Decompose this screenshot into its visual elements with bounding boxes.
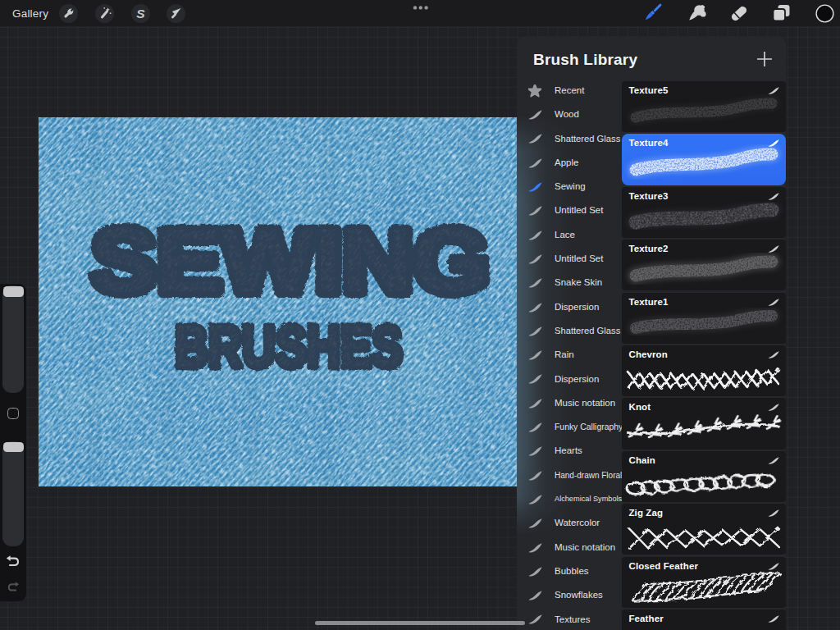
svg-text:S: S bbox=[136, 7, 145, 21]
